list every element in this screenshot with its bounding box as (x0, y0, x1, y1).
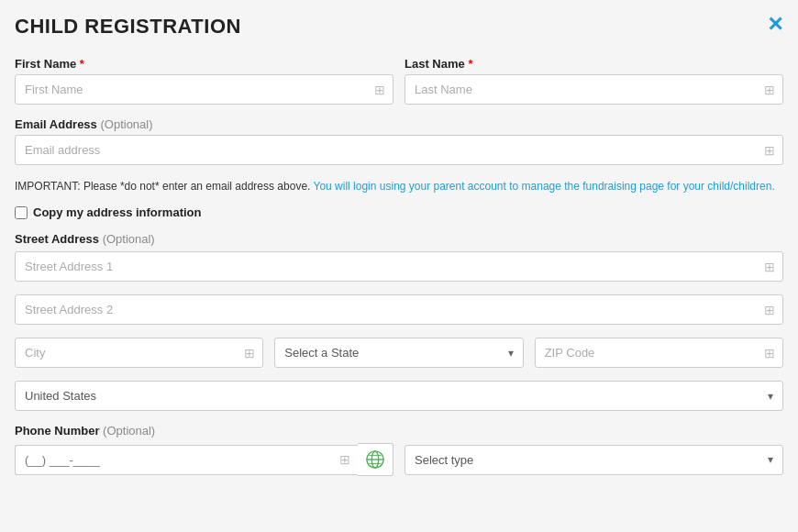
zip-group: ⊞ (535, 338, 783, 368)
first-name-input[interactable] (16, 75, 367, 104)
first-name-icon: ⊞ (367, 83, 393, 97)
last-name-input-wrapper: ⊞ (405, 74, 783, 105)
phone-type-group: Select type Mobile Home Work (405, 445, 783, 475)
city-group: ⊞ (15, 338, 263, 368)
email-icon: ⊞ (757, 143, 782, 158)
modal-title: CHILD REGISTRATION (15, 15, 241, 39)
phone-row: ⊞ Select type Mobile Home Work (15, 443, 783, 476)
city-input[interactable] (16, 338, 237, 367)
phone-input-group: ⊞ (15, 443, 393, 476)
street1-icon: ⊞ (757, 260, 782, 274)
street2-icon: ⊞ (757, 303, 782, 317)
phone-section-label: Phone Number (Optional) (15, 424, 783, 438)
copy-address-checkbox[interactable] (15, 206, 28, 219)
email-row: Email Address (Optional) ⊞ (15, 117, 783, 165)
email-label: Email Address (Optional) (15, 117, 783, 131)
street1-row: ⊞ (15, 251, 783, 282)
important-note-link[interactable]: You will login using your parent account… (314, 180, 775, 193)
street2-input-wrapper: ⊞ (15, 294, 783, 325)
zip-icon: ⊞ (757, 346, 782, 360)
phone-input[interactable] (16, 446, 332, 474)
email-input-wrapper: ⊞ (15, 135, 783, 165)
child-registration-modal: CHILD REGISTRATION ✕ First Name * ⊞ Last… (0, 0, 798, 532)
street2-group: ⊞ (15, 294, 783, 325)
city-icon: ⊞ (237, 346, 262, 360)
email-optional-label: (Optional) (100, 117, 152, 131)
last-name-group: Last Name * ⊞ (405, 57, 783, 105)
street-address-optional: (Optional) (103, 232, 155, 246)
copy-address-row: Copy my address information (15, 205, 783, 219)
first-name-input-wrapper: ⊞ (15, 74, 393, 105)
street-address-section-label: Street Address (Optional) (15, 232, 783, 246)
important-note-prefix: IMPORTANT: Please *do not* enter an emai… (15, 180, 314, 193)
important-note: IMPORTANT: Please *do not* enter an emai… (15, 178, 783, 194)
city-input-wrapper: ⊞ (15, 338, 263, 368)
country-group: United States Canada United Kingdom (15, 381, 783, 411)
phone-optional: (Optional) (103, 424, 155, 438)
last-name-label: Last Name * (405, 57, 783, 71)
globe-button[interactable] (358, 443, 393, 476)
state-select-wrapper: Select a State Alabama Alaska Arizona Ca… (274, 338, 523, 368)
street1-input[interactable] (16, 252, 757, 281)
last-name-icon: ⊞ (757, 83, 782, 97)
last-name-required: * (468, 57, 472, 71)
first-name-required: * (80, 57, 84, 71)
street2-input[interactable] (16, 295, 757, 324)
street1-group: ⊞ (15, 251, 783, 282)
city-state-zip-row: ⊞ Select a State Alabama Alaska Arizona … (15, 338, 783, 368)
zip-input-wrapper: ⊞ (535, 338, 783, 368)
state-select[interactable]: Select a State Alabama Alaska Arizona Ca… (275, 338, 522, 367)
modal-header: CHILD REGISTRATION ✕ (15, 15, 783, 39)
first-name-label: First Name * (15, 57, 393, 71)
country-select-wrapper: United States Canada United Kingdom (15, 381, 783, 411)
country-row: United States Canada United Kingdom (15, 381, 783, 411)
street2-row: ⊞ (15, 294, 783, 325)
phone-type-select-wrapper: Select type Mobile Home Work (405, 445, 783, 475)
first-name-group: First Name * ⊞ (15, 57, 393, 105)
email-input[interactable] (16, 136, 757, 164)
globe-icon (365, 449, 385, 470)
last-name-input[interactable] (405, 75, 757, 104)
phone-input-wrapper: ⊞ (15, 445, 358, 475)
name-row: First Name * ⊞ Last Name * ⊞ (15, 57, 783, 105)
phone-type-select[interactable]: Select type Mobile Home Work (405, 446, 782, 474)
street1-input-wrapper: ⊞ (15, 251, 783, 282)
copy-address-label: Copy my address information (33, 205, 201, 219)
zip-input[interactable] (536, 338, 757, 367)
state-group: Select a State Alabama Alaska Arizona Ca… (274, 338, 523, 368)
email-group: Email Address (Optional) ⊞ (15, 117, 783, 165)
phone-resize-icon: ⊞ (332, 452, 358, 467)
country-select[interactable]: United States Canada United Kingdom (16, 382, 782, 410)
close-button[interactable]: ✕ (767, 15, 783, 35)
